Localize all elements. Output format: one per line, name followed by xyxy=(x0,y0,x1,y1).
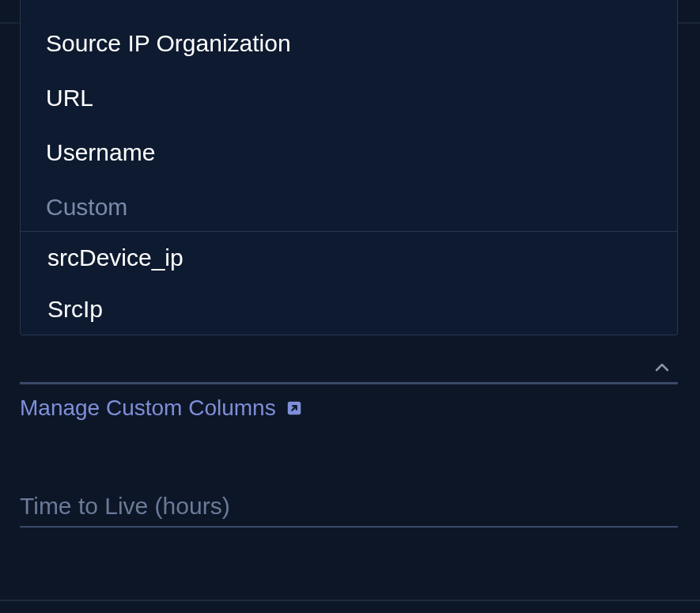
custom-section-header: Custom xyxy=(21,180,677,232)
manage-custom-columns-link[interactable]: Manage Custom Columns xyxy=(20,395,678,421)
dropdown-item-srcdevice-ip[interactable]: srcDevice_ip xyxy=(21,232,677,283)
dropdown-item-label: srcDevice_ip xyxy=(47,244,184,271)
manage-link-label: Manage Custom Columns xyxy=(20,395,276,421)
external-link-icon xyxy=(286,399,303,417)
ttl-input-wrapper xyxy=(20,486,678,528)
dropdown-item-label: URL xyxy=(46,85,93,111)
dropdown-item-username[interactable]: Username xyxy=(21,125,677,180)
time-to-live-input[interactable] xyxy=(20,486,678,528)
column-dropdown-panel: Source IP Organization URL Username Cust… xyxy=(20,0,678,335)
dropdown-item-label: Source IP Organization xyxy=(46,30,291,56)
dropdown-item-label: SrcIp xyxy=(47,296,103,322)
dropdown-item-url[interactable]: URL xyxy=(21,70,677,125)
dropdown-item-label: Username xyxy=(46,139,155,165)
custom-header-label: Custom xyxy=(46,194,127,220)
column-select-field[interactable]: Manage Custom Columns xyxy=(20,346,678,421)
chevron-up-icon[interactable] xyxy=(653,358,672,377)
dropdown-item-srcip[interactable]: SrcIp xyxy=(21,283,677,335)
dropdown-item-source-ip-organization[interactable]: Source IP Organization xyxy=(21,16,677,70)
bottom-divider xyxy=(0,600,700,601)
